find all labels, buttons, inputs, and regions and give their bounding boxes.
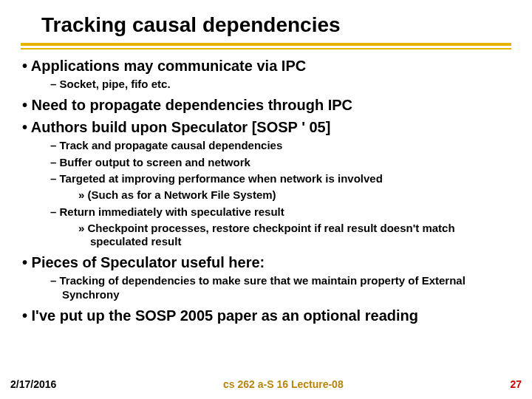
bullet-lvl1: Applications may communicate via IPC [22,57,511,75]
bullet-lvl2: Socket, pipe, fifo etc. [22,78,511,92]
bullet-lvl1: I've put up the SOSP 2005 paper as an op… [22,307,511,324]
bullet-lvl2: Track and propagate causal dependencies [22,139,511,153]
bullet-lvl2: Targeted at improving performance when n… [22,172,511,186]
slide-footer: 2/17/2016 cs 262 a-S 16 Lecture-08 27 [0,378,532,390]
footer-date: 2/17/2016 [10,378,56,390]
bullet-lvl3: (Such as for a Network File System) [22,188,511,202]
bullet-lvl1: Pieces of Speculator useful here: [22,253,511,271]
bullet-lvl1: Authors build upon Speculator [SOSP ' 05… [22,118,511,136]
slide: Tracking causal dependencies Application… [0,0,532,399]
title-rule-thin [21,48,511,50]
slide-title: Tracking causal dependencies [21,13,511,41]
bullet-lvl2: Buffer output to screen and network [22,156,511,170]
bullet-lvl2: Tracking of dependencies to make sure th… [22,274,511,302]
footer-page-number: 27 [510,378,522,390]
footer-course: cs 262 a-S 16 Lecture-08 [223,378,344,390]
title-rule-thick [21,43,511,46]
slide-content: Applications may communicate via IPC Soc… [21,57,511,324]
bullet-lvl3: Checkpoint processes, restore checkpoint… [22,222,511,250]
bullet-lvl1: Need to propagate dependencies through I… [22,96,511,114]
bullet-lvl2: Return immediately with speculative resu… [22,205,511,219]
